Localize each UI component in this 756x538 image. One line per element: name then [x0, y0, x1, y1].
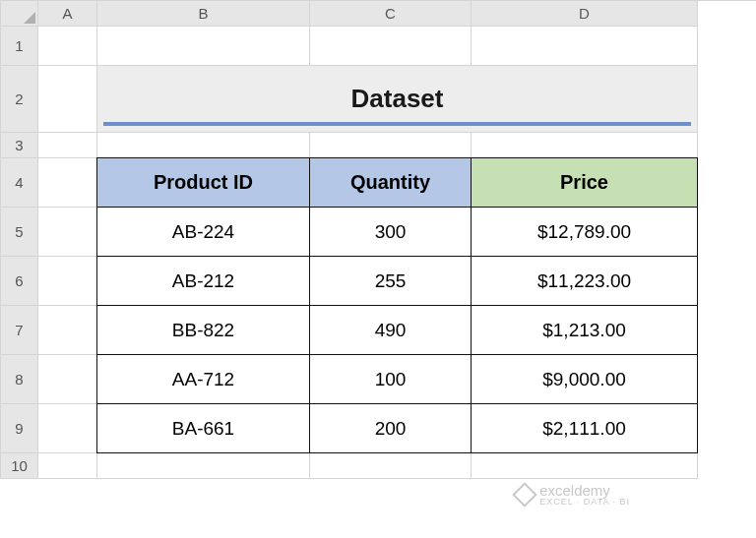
watermark-tagline: EXCEL · DATA · BI	[539, 497, 630, 507]
cell-b1[interactable]	[97, 27, 310, 66]
cell-quantity[interactable]: 200	[309, 403, 472, 453]
cell-product-id[interactable]: AB-212	[96, 256, 310, 306]
cell-price[interactable]: $2,111.00	[471, 403, 698, 453]
col-header-d[interactable]: D	[472, 1, 698, 27]
watermark: exceldemy EXCEL · DATA · BI	[516, 482, 630, 507]
cell-a6[interactable]	[38, 257, 97, 306]
cell-c10[interactable]	[310, 453, 472, 479]
cell-a7[interactable]	[38, 306, 97, 355]
cell-product-id[interactable]: BB-822	[96, 305, 310, 355]
cell-c1[interactable]	[310, 27, 472, 66]
col-header-c[interactable]: C	[310, 1, 472, 27]
cell-a9[interactable]	[38, 404, 97, 453]
row-header-4[interactable]: 4	[1, 158, 38, 208]
row-header-9[interactable]: 9	[1, 404, 38, 453]
dataset-title-text: Dataset	[351, 84, 444, 114]
cell-a5[interactable]	[38, 208, 97, 257]
watermark-icon	[512, 482, 536, 507]
select-all-corner[interactable]	[1, 1, 38, 27]
row-header-3[interactable]: 3	[1, 133, 38, 158]
cell-quantity[interactable]: 490	[309, 305, 472, 355]
header-quantity[interactable]: Quantity	[309, 157, 472, 208]
col-header-b[interactable]: B	[97, 1, 310, 27]
cell-price[interactable]: $9,000.00	[471, 354, 698, 404]
cell-b3[interactable]	[97, 133, 310, 158]
row-header-1[interactable]: 1	[1, 27, 38, 66]
cell-price[interactable]: $12,789.00	[471, 207, 698, 257]
cell-c3[interactable]	[310, 133, 472, 158]
cell-d10[interactable]	[472, 453, 698, 479]
cell-product-id[interactable]: BA-661	[96, 403, 310, 453]
cell-product-id[interactable]: AA-712	[96, 354, 310, 404]
cell-quantity[interactable]: 100	[309, 354, 472, 404]
dataset-title[interactable]: Dataset	[97, 66, 698, 133]
watermark-brand: exceldemy	[539, 482, 610, 499]
cell-a2[interactable]	[38, 66, 97, 133]
cell-a1[interactable]	[38, 27, 97, 66]
row-header-10[interactable]: 10	[1, 453, 38, 479]
row-header-7[interactable]: 7	[1, 306, 38, 355]
row-header-2[interactable]: 2	[1, 66, 38, 133]
cell-a8[interactable]	[38, 355, 97, 404]
cell-price[interactable]: $11,223.00	[471, 256, 698, 306]
spreadsheet-grid: A B C D 1 2 Dataset 3 4 Product ID Quant…	[0, 0, 756, 479]
cell-a10[interactable]	[38, 453, 97, 479]
cell-quantity[interactable]: 255	[309, 256, 472, 306]
cell-product-id[interactable]: AB-224	[96, 207, 310, 257]
row-header-8[interactable]: 8	[1, 355, 38, 404]
cell-a4[interactable]	[38, 158, 97, 208]
cell-price[interactable]: $1,213.00	[471, 305, 698, 355]
row-header-6[interactable]: 6	[1, 257, 38, 306]
cell-d3[interactable]	[472, 133, 698, 158]
cell-b10[interactable]	[97, 453, 310, 479]
header-product-id[interactable]: Product ID	[96, 157, 310, 208]
cell-quantity[interactable]: 300	[309, 207, 472, 257]
col-header-a[interactable]: A	[38, 1, 97, 27]
row-header-5[interactable]: 5	[1, 208, 38, 257]
cell-a3[interactable]	[38, 133, 97, 158]
header-price[interactable]: Price	[471, 157, 698, 208]
title-underline	[103, 122, 691, 126]
cell-d1[interactable]	[472, 27, 698, 66]
